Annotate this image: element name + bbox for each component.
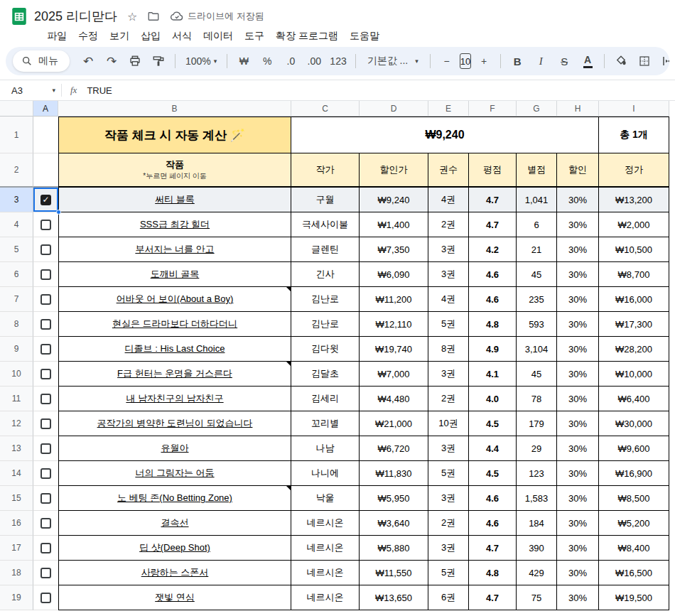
checkbox[interactable]	[40, 443, 51, 454]
checkbox-cell[interactable]	[33, 237, 58, 262]
volumes-cell[interactable]: 3권	[428, 262, 469, 287]
volumes-cell[interactable]: 6권	[428, 585, 469, 610]
discount-cell[interactable]: 30%	[557, 337, 599, 362]
title-link[interactable]: SSS급 최강 힐더	[140, 218, 210, 231]
row-number[interactable]: 13	[0, 436, 33, 461]
author-cell[interactable]: 김달초	[291, 362, 360, 387]
cell-a2[interactable]	[33, 153, 58, 188]
checkbox[interactable]	[40, 344, 51, 355]
stars-cell[interactable]: 1,041	[517, 188, 557, 212]
stars-cell[interactable]: 179	[517, 411, 557, 436]
list-price-cell[interactable]: ₩30,000	[599, 411, 669, 436]
stars-cell[interactable]: 3,104	[517, 337, 557, 362]
title-link[interactable]: 부서지는 너를 안고	[135, 243, 214, 256]
save-status[interactable]: 드라이브에 저장됨	[170, 9, 264, 23]
menu-도움말[interactable]: 도움말	[344, 28, 385, 44]
rating-cell[interactable]: 4.7	[469, 188, 517, 212]
checkbox-cell[interactable]	[33, 312, 58, 337]
name-box[interactable]: A3 ▾	[0, 85, 61, 96]
title-link[interactable]: 노 베팅 존(No Betting Zone)	[117, 492, 232, 504]
discount-cell[interactable]: 30%	[557, 461, 599, 486]
currency-format-button[interactable]: ₩	[233, 51, 254, 71]
menu-수정[interactable]: 수정	[72, 28, 104, 44]
author-cell[interactable]: 꼬리별	[291, 411, 360, 436]
row-number[interactable]: 15	[0, 486, 33, 511]
title-cell[interactable]: 내 남자친구의 남자친구	[58, 387, 291, 411]
checkbox-cell[interactable]	[33, 337, 58, 362]
rating-cell[interactable]: 4.1	[469, 362, 517, 387]
row-number[interactable]: 4	[0, 212, 33, 237]
sale-price-cell[interactable]: ₩1,400	[360, 212, 428, 237]
sale-price-cell[interactable]: ₩11,200	[360, 287, 428, 312]
sale-price-cell[interactable]: ₩12,110	[360, 312, 428, 337]
rating-cell[interactable]: 4.0	[469, 387, 517, 411]
author-cell[interactable]: 네르시온	[291, 536, 360, 561]
decrease-decimal-button[interactable]: .0	[280, 51, 301, 71]
undo-button[interactable]: ↶	[77, 51, 99, 71]
volumes-cell[interactable]: 4권	[428, 287, 469, 312]
row-number[interactable]: 19	[0, 585, 33, 610]
discount-cell[interactable]: 30%	[557, 212, 599, 237]
discount-cell[interactable]: 30%	[557, 362, 599, 387]
stars-cell[interactable]: 6	[517, 212, 557, 237]
checkbox-cell[interactable]	[33, 212, 58, 237]
author-cell[interactable]: 나니에	[291, 461, 360, 486]
title-cell[interactable]: 디졸브 : His Last Choice	[58, 337, 291, 362]
stars-cell[interactable]: 429	[517, 561, 557, 585]
discount-cell[interactable]: 30%	[557, 387, 599, 411]
rating-cell[interactable]: 4.6	[469, 287, 517, 312]
checkbox[interactable]	[40, 568, 51, 578]
title-cell[interactable]: 유월아	[58, 436, 291, 461]
decrease-font-size-button[interactable]: −	[436, 51, 458, 71]
checkbox[interactable]	[40, 493, 51, 504]
rating-cell[interactable]: 4.2	[469, 237, 517, 262]
checkbox[interactable]	[40, 468, 51, 479]
volumes-cell[interactable]: 10권	[428, 411, 469, 436]
stars-cell[interactable]: 123	[517, 461, 557, 486]
rating-cell[interactable]: 4.7	[469, 536, 517, 561]
rating-cell[interactable]: 4.5	[469, 461, 517, 486]
row-number[interactable]: 18	[0, 561, 33, 585]
checkbox-cell[interactable]	[33, 362, 58, 387]
list-price-cell[interactable]: ₩16,500	[599, 561, 669, 585]
title-cell[interactable]: 딥 샷(Deep Shot)	[58, 536, 291, 561]
stars-cell[interactable]: 235	[517, 287, 557, 312]
stars-cell[interactable]: 45	[517, 262, 557, 287]
menu-데이터[interactable]: 데이터	[198, 28, 239, 44]
header-rating-cell[interactable]: 평점	[469, 153, 517, 188]
sale-price-cell[interactable]: ₩7,350	[360, 237, 428, 262]
checkbox-cell[interactable]	[33, 411, 58, 436]
rating-cell[interactable]: 4.6	[469, 262, 517, 287]
title-cell[interactable]: 현실은 드라마보다 더하다더니	[58, 312, 291, 337]
column-header-A[interactable]: A	[33, 101, 58, 117]
checkbox-cell[interactable]	[33, 585, 58, 610]
sale-price-cell[interactable]: ₩5,950	[360, 486, 428, 511]
stars-cell[interactable]: 45	[517, 362, 557, 387]
sale-price-cell[interactable]: ₩11,830	[360, 461, 428, 486]
rating-cell[interactable]: 4.6	[469, 486, 517, 511]
increase-decimal-button[interactable]: .00	[303, 51, 325, 71]
stars-cell[interactable]: 593	[517, 312, 557, 337]
list-price-cell[interactable]: ₩8,400	[599, 536, 669, 561]
header-title-cell[interactable]: 작품 *누르면 페이지 이동	[58, 153, 291, 188]
menu-서식[interactable]: 서식	[166, 28, 198, 44]
checkbox-cell[interactable]	[33, 561, 58, 585]
row-number[interactable]: 2	[0, 153, 33, 188]
row-number[interactable]: 16	[0, 511, 33, 536]
row-number[interactable]: 12	[0, 411, 33, 436]
rating-cell[interactable]: 4.9	[469, 337, 517, 362]
author-cell[interactable]: 구월	[291, 188, 360, 212]
sale-price-cell[interactable]: ₩11,550	[360, 561, 428, 585]
list-price-cell[interactable]: ₩16,000	[599, 287, 669, 312]
discount-cell[interactable]: 30%	[557, 561, 599, 585]
merge-cells-button[interactable]	[657, 51, 669, 71]
discount-cell[interactable]: 30%	[557, 188, 599, 212]
list-price-cell[interactable]: ₩17,300	[599, 312, 669, 337]
sale-price-cell[interactable]: ₩21,000	[360, 411, 428, 436]
author-cell[interactable]: 네르시온	[291, 511, 360, 536]
title-link[interactable]: 결속선	[161, 517, 189, 529]
rating-cell[interactable]: 4.7	[469, 585, 517, 610]
volumes-cell[interactable]: 3권	[428, 536, 469, 561]
title-link[interactable]: 써티 블록	[155, 193, 195, 206]
sale-price-cell[interactable]: ₩6,090	[360, 262, 428, 287]
